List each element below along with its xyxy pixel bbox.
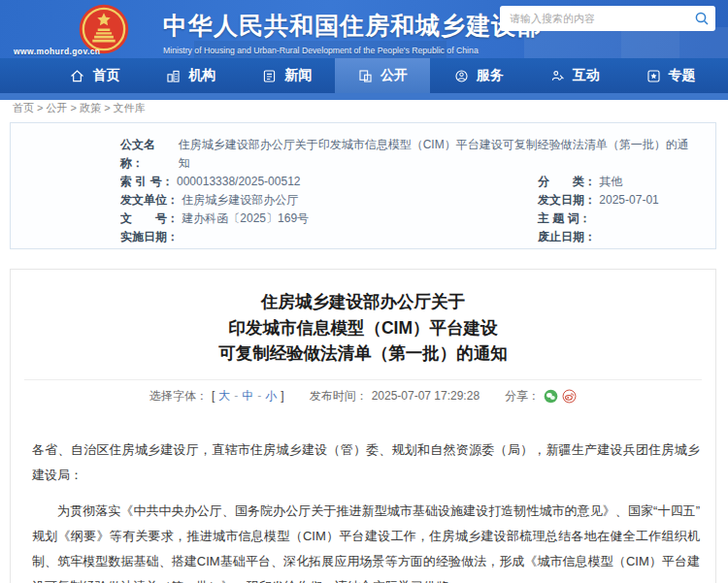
article-toolbar: 选择字体： [ 大 - 中 - 小 ] 发布时间： 2025-07-07 17:… xyxy=(11,388,715,405)
font-size-separator: - xyxy=(234,389,238,403)
font-bracket: [ xyxy=(212,389,215,403)
search-input[interactable] xyxy=(500,6,688,31)
meta-label: 分 类： xyxy=(538,175,596,188)
article-card: 住房城乡建设部办公厅关于 印发城市信息模型（CIM）平台建设 可复制经验做法清单… xyxy=(10,269,716,583)
search-icon xyxy=(694,11,710,26)
meta-label: 实施日期： xyxy=(120,230,179,243)
meta-row: 实施日期： 废止日期： xyxy=(120,228,698,246)
search-button[interactable] xyxy=(688,6,715,31)
nav-item-home[interactable]: 首页 xyxy=(47,58,143,93)
nav-label: 专题 xyxy=(669,67,696,84)
nav-item-interaction[interactable]: 互动 xyxy=(526,58,622,93)
toolbar-divider xyxy=(24,379,702,380)
publish-time-label: 发布时间： xyxy=(310,388,368,405)
document-meta-card: 公文名称： 住房城乡建设部办公厅关于印发城市信息模型（CIM）平台建设可复制经验… xyxy=(10,122,716,249)
meta-label: 发文单位： xyxy=(120,193,179,207)
news-icon xyxy=(261,68,278,84)
font-size-large-link[interactable]: 大 xyxy=(218,388,230,405)
nav-label: 服务 xyxy=(477,67,504,84)
title-line: 可复制经验做法清单（第一批）的通知 xyxy=(218,343,508,363)
font-select-label: 选择字体： xyxy=(149,388,208,405)
meta-value: 住房城乡建设部办公厅 xyxy=(182,193,298,207)
main-nav: 首页 机构 新闻 公开 xyxy=(0,58,728,93)
meta-value: 住房城乡建设部办公厅关于印发城市信息模型（CIM）平台建设可复制经验做法清单（第… xyxy=(179,136,698,173)
salutation: 各省、自治区住房城乡建设厅，直辖市住房城乡建设（管）委、规划和自然资源委（局），… xyxy=(32,437,700,488)
title-line: 印发城市信息模型（CIM）平台建设 xyxy=(228,318,497,338)
meta-row: 索 引 号： 000013338/2025-00512 分 类： 其他 xyxy=(120,173,698,191)
font-size-separator: - xyxy=(257,389,261,403)
site-header: www.mohurd.gov.cn 中华人民共和国住房和城乡建设部 Minist… xyxy=(0,0,728,58)
meta-value: 其他 xyxy=(599,175,622,188)
home-icon xyxy=(69,68,85,84)
topics-icon xyxy=(645,68,662,84)
nav-item-disclosure[interactable]: 公开 xyxy=(335,58,431,93)
font-size-medium-link[interactable]: 中 xyxy=(242,388,253,405)
ministry-title-en: Ministry of Housing and Urban-Rural Deve… xyxy=(163,46,542,55)
nav-item-topics[interactable]: 专题 xyxy=(622,58,718,93)
nav-item-news[interactable]: 新闻 xyxy=(239,58,335,93)
meta-label: 主 题 词： xyxy=(538,211,591,225)
page-title: 住房城乡建设部办公厅关于 印发城市信息模型（CIM）平台建设 可复制经验做法清单… xyxy=(11,289,715,367)
meta-value: 2025-07-01 xyxy=(599,193,658,207)
font-bracket: ] xyxy=(281,389,283,403)
organization-icon xyxy=(165,68,182,84)
document-body: 各省、自治区住房城乡建设厅，直辖市住房城乡建设（管）委、规划和自然资源委（局），… xyxy=(11,405,715,583)
wechat-share-icon[interactable] xyxy=(544,389,558,404)
services-icon xyxy=(453,68,470,84)
meta-label: 索 引 号： xyxy=(120,175,174,188)
nav-item-organization[interactable]: 机构 xyxy=(143,58,239,93)
page: www.mohurd.gov.cn 中华人民共和国住房和城乡建设部 Minist… xyxy=(0,0,728,583)
meta-value: 建办科函〔2025〕169号 xyxy=(182,211,309,225)
meta-label: 发文日期： xyxy=(538,193,596,207)
meta-label: 废止日期： xyxy=(538,230,596,243)
title-line: 住房城乡建设部办公厅关于 xyxy=(261,292,465,311)
meta-label: 文 号： xyxy=(120,211,179,225)
share-label: 分享： xyxy=(505,388,540,405)
nav-label: 公开 xyxy=(381,67,408,84)
meta-row: 文 号： 建办科函〔2025〕169号 主 题 词： xyxy=(120,210,698,228)
nav-label: 机构 xyxy=(188,67,215,84)
font-size-small-link[interactable]: 小 xyxy=(265,388,277,405)
meta-row-name: 公文名称： 住房城乡建设部办公厅关于印发城市信息模型（CIM）平台建设可复制经验… xyxy=(120,136,698,173)
meta-row: 发文单位： 住房城乡建设部办公厅 发文日期： 2025-07-01 xyxy=(120,191,698,210)
publish-time-value: 2025-07-07 17:29:28 xyxy=(372,389,480,403)
nav-label: 互动 xyxy=(573,67,600,84)
disclosure-icon xyxy=(357,68,374,84)
search-box xyxy=(500,6,715,31)
site-url: www.mohurd.gov.cn xyxy=(14,47,140,56)
ministry-title-cn: 中华人民共和国住房和城乡建设部 xyxy=(163,10,542,42)
body-paragraph: 为贯彻落实《中共中央办公厅、国务院办公厅关于推进新型城市基础设施建设打造韧性城市… xyxy=(32,499,700,583)
nav-accent-strip xyxy=(0,93,728,100)
nav-item-services[interactable]: 服务 xyxy=(430,58,526,93)
meta-value: 000013338/2025-00512 xyxy=(177,175,300,188)
nav-label: 首页 xyxy=(92,67,119,84)
breadcrumb[interactable]: 首页 > 公开 > 政策 > 文件库 xyxy=(13,101,146,115)
nav-label: 新闻 xyxy=(284,67,312,84)
weibo-share-icon[interactable] xyxy=(562,389,577,404)
meta-label: 公文名称： xyxy=(120,136,179,173)
ministry-title-block: 中华人民共和国住房和城乡建设部 Ministry of Housing and … xyxy=(163,10,542,55)
interaction-icon xyxy=(549,68,566,84)
